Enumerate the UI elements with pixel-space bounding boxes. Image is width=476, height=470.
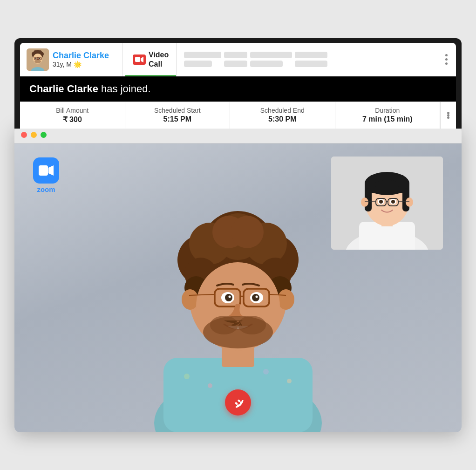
patient-meta: 31y, M 🌟 [53,61,109,68]
scheduled-end-label: Scheduled End [260,107,305,114]
svg-rect-53 [39,165,48,176]
more-options-button[interactable] [442,50,451,68]
scheduled-start-cell: Scheduled Start 5:15 PM [125,102,231,129]
svg-point-13 [34,60,41,63]
minimize-button[interactable] [31,132,37,138]
svg-point-73 [391,200,395,204]
svg-point-64 [406,198,413,207]
scheduled-end-value: 5:30 PM [268,115,296,123]
svg-point-31 [231,216,264,248]
dot-3 [445,62,448,65]
scheduled-start-value: 5:15 PM [163,115,191,123]
video-icon [133,54,146,65]
svg-rect-15 [135,57,140,62]
dot-2 [445,58,448,61]
maximize-button[interactable] [41,132,47,138]
thumbnail-video [331,157,443,250]
patient-card: Charlie Clarke 31y, M 🌟 [20,43,122,76]
svg-point-6 [36,50,40,54]
bill-amount-cell: Bill Amount ₹ 300 [20,102,125,129]
join-message: has joined. [98,83,151,95]
svg-point-37 [278,289,294,310]
svg-point-49 [256,295,258,298]
svg-point-18 [184,374,190,379]
video-call-button[interactable]: VideoCall [125,43,177,76]
svg-point-20 [263,369,269,375]
patient-info: Charlie Clarke 31y, M 🌟 [53,51,109,68]
end-call-button[interactable] [225,389,251,416]
info-row: Bill Amount ₹ 300 Scheduled Start 5:15 P… [20,102,456,129]
scheduled-end-cell: Scheduled End 5:30 PM [230,102,335,129]
svg-point-63 [361,198,368,207]
toolbar-btn-2[interactable] [184,61,212,67]
video-call-label: VideoCall [149,50,169,68]
svg-point-52 [238,316,266,334]
dot-6 [447,116,449,119]
close-button[interactable] [21,132,27,138]
duration-label: Duration [375,107,400,114]
toolbar-btn-4[interactable] [224,61,247,67]
toolbar-btn-6[interactable] [250,61,283,67]
svg-point-21 [287,379,292,383]
info-more-button[interactable] [440,102,456,129]
duration-cell: Duration 7 min (15 min) [335,102,441,129]
svg-point-48 [252,294,259,301]
toolbar-btn-7[interactable] [295,52,327,58]
svg-point-9 [39,57,41,59]
zoom-icon [33,157,59,184]
zoom-label: zoom [37,185,55,193]
svg-point-45 [225,294,232,301]
video-call-area: zoom [14,143,462,432]
toolbar-area [179,43,456,76]
toolbar-btn-1[interactable] [184,52,221,58]
browser-titlebar [14,127,462,143]
bill-amount-value: ₹ 300 [63,115,82,124]
scheduled-start-label: Scheduled Start [154,107,201,114]
duration-value: 7 min (15 min) [362,115,413,123]
bill-amount-label: Bill Amount [56,107,88,114]
svg-point-8 [35,57,37,59]
svg-point-36 [182,289,198,310]
toolbar-btn-5[interactable] [250,52,292,58]
patient-avatar [27,48,49,71]
dot-5 [447,114,449,116]
join-patient-name: Charlie Clarke [29,83,98,95]
zoom-logo: zoom [33,157,59,193]
dot-1 [445,54,448,56]
patient-name: Charlie Clarke [53,51,109,61]
join-notification: Charlie Clarke has joined. [20,76,456,102]
toolbar-btn-3[interactable] [224,52,247,58]
svg-point-46 [229,295,231,298]
browser-window: zoom [14,127,462,432]
svg-point-71 [379,200,383,204]
toolbar-btn-8[interactable] [295,61,327,67]
svg-point-19 [208,383,212,388]
dot-4 [447,112,449,114]
